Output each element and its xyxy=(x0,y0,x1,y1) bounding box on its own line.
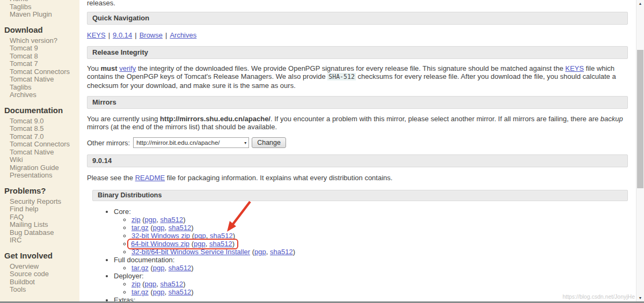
sha512-link[interactable]: sha512 xyxy=(209,240,232,248)
pgp-link[interactable]: pgp xyxy=(254,248,266,256)
distribution-group-core: Core:zip (pgp, sha512)tar.gz (pgp, sha51… xyxy=(114,208,628,256)
change-mirror-button[interactable]: Change xyxy=(252,137,286,148)
mirror-select-label: Other mirrors: xyxy=(87,139,130,147)
sidebar-item-presentations[interactable]: Presentations xyxy=(0,172,79,180)
sidebar-item-source-code[interactable]: Source code xyxy=(0,270,79,278)
sidebar-item-buildbot[interactable]: Buildbot xyxy=(0,278,79,286)
download-item-tar-gz: tar.gz (pgp, sha512) xyxy=(131,224,628,232)
download-link-tar-gz[interactable]: tar.gz xyxy=(131,288,149,296)
sidebar-item-tomcat-9[interactable]: Tomcat 9 xyxy=(0,45,79,53)
scrollbar[interactable]: ▲ ▼ xyxy=(636,0,644,303)
scroll-up-icon[interactable]: ▲ xyxy=(636,2,644,5)
sidebar-item-which-version[interactable]: Which version? xyxy=(0,37,79,45)
download-item-32-bit-64-bit-windows-service-installer: 32-bit/64-bit Windows Service Installer … xyxy=(131,248,628,256)
sidebar-item-taglibs[interactable]: Taglibs xyxy=(0,84,79,92)
sha512-link[interactable]: sha512 xyxy=(160,280,184,288)
link-separator: | xyxy=(135,31,136,39)
main-content: releases. Quick Navigation KEYS|9.0.14|B… xyxy=(79,0,636,303)
pgp-link[interactable]: pgp xyxy=(145,280,157,288)
sidebar-item-tomcat-native[interactable]: Tomcat Native xyxy=(0,149,79,157)
scrollbar-thumb[interactable] xyxy=(637,50,643,188)
truncated-paragraph: releases. xyxy=(87,0,628,7)
sidebar-heading-get-involved: Get Involved xyxy=(4,251,79,261)
sidebar-item-archives[interactable]: Archives xyxy=(0,91,79,99)
sidebar-heading-problems: Problems? xyxy=(4,186,79,196)
pgp-link[interactable]: pgp xyxy=(153,224,165,232)
download-list: Core:zip (pgp, sha512)tar.gz (pgp, sha51… xyxy=(87,208,628,303)
sidebar-item-tomcat-connectors[interactable]: Tomcat Connectors xyxy=(0,141,79,149)
quicknav-link-browse[interactable]: Browse xyxy=(140,31,163,39)
distribution-group-deployer: Deployer:zip (pgp, sha512)tar.gz (pgp, s… xyxy=(114,272,628,296)
inline-code: SHA-512 xyxy=(327,73,355,80)
sha512-link[interactable]: sha512 xyxy=(160,216,184,224)
sidebar-heading-download: Download xyxy=(4,25,79,35)
link-keys[interactable]: KEYS xyxy=(565,64,584,72)
download-link-zip[interactable]: zip xyxy=(131,216,141,224)
subsection-header-binary-distributions: Binary Distributions xyxy=(92,190,628,201)
quicknav-link-9-0-14[interactable]: 9.0.14 xyxy=(113,31,132,39)
pgp-link[interactable]: pgp xyxy=(153,264,165,272)
quicknav-link-archives[interactable]: Archives xyxy=(170,31,196,39)
mirrors-paragraph: You are currently using http://mirrors.s… xyxy=(87,115,628,131)
link-separator: | xyxy=(165,31,167,39)
scroll-down-icon[interactable]: ▼ xyxy=(636,296,644,300)
mirror-form: Other mirrors: http://mirror.bit.edu.cn/… xyxy=(87,137,628,148)
download-item-tar-gz: tar.gz (pgp, sha512) xyxy=(131,288,628,296)
sidebar-item-tomcat-8[interactable]: Tomcat 8 xyxy=(0,53,79,61)
link-separator: | xyxy=(108,31,110,39)
download-item-zip: zip (pgp, sha512) xyxy=(131,280,628,288)
quicknav-link-keys[interactable]: KEYS xyxy=(87,31,106,39)
sidebar-item-security-reports[interactable]: Security Reports xyxy=(0,198,79,206)
sidebar-item-tomcat-7-0[interactable]: Tomcat 7.0 xyxy=(0,133,79,141)
section-header-mirrors: Mirrors xyxy=(87,96,628,109)
sidebar-item-bug-database[interactable]: Bug Database xyxy=(0,229,79,237)
sidebar-item-wiki[interactable]: Wiki xyxy=(0,156,79,164)
sidebar-item-irc[interactable]: IRC xyxy=(0,237,79,245)
sidebar-heading-documentation: Documentation xyxy=(4,106,79,115)
link-readme[interactable]: README xyxy=(135,174,165,182)
download-link-tar-gz[interactable]: tar.gz xyxy=(131,264,149,272)
release-integrity-paragraph: You must verify the integrity of the dow… xyxy=(87,64,628,90)
sha512-link[interactable]: sha512 xyxy=(270,248,293,256)
sidebar-item-tomcat-native[interactable]: Tomcat Native xyxy=(0,76,79,84)
download-item-64-bit-windows-zip: 64-bit Windows zip (pgp, sha512) xyxy=(131,240,628,248)
download-link-64-bit-windows-zip[interactable]: 64-bit Windows zip xyxy=(131,240,189,248)
pgp-link[interactable]: pgp xyxy=(153,288,165,296)
download-link-zip[interactable]: zip xyxy=(131,280,141,288)
section-header-version: 9.0.14 xyxy=(87,154,628,167)
sha512-link[interactable]: sha512 xyxy=(169,264,192,272)
link-verify[interactable]: verify xyxy=(119,64,136,72)
sidebar-item-tomcat-9-0[interactable]: Tomcat 9.0 xyxy=(0,117,79,125)
download-link-tar-gz[interactable]: tar.gz xyxy=(131,224,149,232)
sidebar-item-tomcat-connectors[interactable]: Tomcat Connectors xyxy=(0,68,79,76)
sidebar-item-find-help[interactable]: Find help xyxy=(0,205,79,213)
pgp-link[interactable]: pgp xyxy=(145,216,157,224)
sidebar-item-mailing-lists[interactable]: Mailing Lists xyxy=(0,221,79,229)
sidebar: HomeTaglibsMaven PluginDownloadWhich ver… xyxy=(0,0,79,303)
quick-navigation-links: KEYS|9.0.14|Browse|Archives xyxy=(87,31,628,39)
sidebar-item-maven-plugin[interactable]: Maven Plugin xyxy=(0,11,79,19)
sha512-link[interactable]: sha512 xyxy=(169,288,192,296)
sidebar-item-tomcat-8-5[interactable]: Tomcat 8.5 xyxy=(0,125,79,133)
mirror-select[interactable]: http://mirror.bit.edu.cn/apache/ ▾ xyxy=(133,137,249,148)
pgp-link[interactable]: pgp xyxy=(194,240,206,248)
sidebar-item-taglibs[interactable]: Taglibs xyxy=(0,3,79,11)
section-header-release-integrity: Release Integrity xyxy=(87,46,628,59)
distribution-group-full-documentation: Full documentation:tar.gz (pgp, sha512) xyxy=(114,256,628,272)
sidebar-item-overview[interactable]: Overview xyxy=(0,263,79,271)
chevron-down-icon: ▾ xyxy=(244,141,246,145)
sidebar-item-tomcat-7[interactable]: Tomcat 7 xyxy=(0,60,79,68)
sidebar-item-tools[interactable]: Tools xyxy=(0,286,79,294)
download-item-zip: zip (pgp, sha512) xyxy=(131,216,628,224)
sidebar-item-migration-guide[interactable]: Migration Guide xyxy=(0,164,79,172)
sidebar-item-faq[interactable]: FAQ xyxy=(0,213,79,221)
download-link-32-bit-64-bit-windows-service-installer[interactable]: 32-bit/64-bit Windows Service Installer xyxy=(131,248,250,256)
download-item-tar-gz: tar.gz (pgp, sha512) xyxy=(131,264,628,272)
section-header-quick-navigation: Quick Navigation xyxy=(87,12,628,25)
readme-paragraph: Please see the README file for packaging… xyxy=(87,174,628,182)
sha512-link[interactable]: sha512 xyxy=(169,224,192,232)
mirror-select-value: http://mirror.bit.edu.cn/apache/ xyxy=(136,139,219,146)
watermark: https://blog.csdn.net/JonyjHe xyxy=(562,293,635,300)
